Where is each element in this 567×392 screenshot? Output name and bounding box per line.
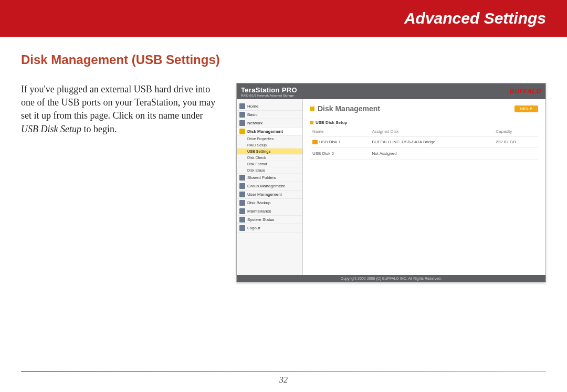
product-logo: TeraStation PRO RAID 0/1/5 Network Attac… xyxy=(241,86,297,97)
sidebar-item[interactable]: Disk Management xyxy=(237,128,302,136)
cell-assigned: BUFFALO INC. USB-SATA Bridge xyxy=(370,136,494,148)
usb-disk-table: Name Assigned Disk Capacity USB Disk 1BU… xyxy=(310,127,538,160)
sidebar-item-label: Disk Erase xyxy=(247,168,265,172)
sidebar-item-label: User Management xyxy=(247,192,282,197)
sidebar-item-label: Basic xyxy=(247,112,258,117)
nav-icon xyxy=(239,192,245,197)
sidebar-item[interactable]: User Management xyxy=(237,190,302,199)
nav-icon xyxy=(239,183,245,189)
col-capacity: Capacity xyxy=(494,127,538,136)
sidebar-item[interactable]: Network xyxy=(237,119,302,128)
sidebar-item-label: Drive Properties xyxy=(247,137,274,141)
sidebar-item[interactable]: Disk Backup xyxy=(237,199,302,207)
sidebar-item-label: Disk Format xyxy=(247,162,267,166)
sidebar-item[interactable]: Home xyxy=(237,102,302,111)
sidebar-item-label: Home xyxy=(247,104,258,109)
sidebar-subitem[interactable]: Disk Erase xyxy=(237,167,302,174)
table-row[interactable]: USB Disk 2Not Assigned xyxy=(310,148,538,160)
bullet-icon xyxy=(310,121,313,124)
sidebar-subitem[interactable]: USB Settings xyxy=(237,149,302,155)
blurb-pre: If you've plugged an external USB hard d… xyxy=(21,84,215,121)
brand-logo: BUFFALO xyxy=(510,88,541,95)
sidebar-item-label: Group Management xyxy=(247,184,285,188)
blurb-em: USB Disk Setup xyxy=(21,124,81,134)
sidebar-item-label: Disk Management xyxy=(247,129,283,134)
sidebar: HomeBasicNetworkDisk ManagementDrive Pro… xyxy=(237,99,303,275)
nav-icon xyxy=(239,112,245,118)
screenshot-header: TeraStation PRO RAID 0/1/5 Network Attac… xyxy=(237,83,545,99)
product-tagline: RAID 0/1/5 Network Attached Storage xyxy=(241,94,297,97)
nav-icon xyxy=(239,103,245,109)
cell-assigned: Not Assigned xyxy=(370,148,494,160)
sidebar-item[interactable]: Basic xyxy=(237,111,302,119)
sidebar-item-label: Disk Backup xyxy=(247,200,270,205)
screenshot-footer: Copyright 2002-2006 (C) BUFFALO INC. All… xyxy=(237,275,545,282)
col-assigned: Assigned Disk xyxy=(370,127,494,136)
subsection-label: USB Disk Setup xyxy=(316,120,347,125)
nav-icon xyxy=(239,217,245,223)
panel-title: Disk Management xyxy=(318,104,380,113)
sidebar-item[interactable]: System Status xyxy=(237,216,302,224)
sidebar-item[interactable]: Group Management xyxy=(237,182,302,190)
sidebar-item[interactable]: Shared Folders xyxy=(237,174,302,182)
disk-name: USB Disk 1 xyxy=(319,140,341,144)
sidebar-item-label: Maintenance xyxy=(247,209,271,214)
body-paragraph: If you've plugged an external USB hard d… xyxy=(21,83,220,136)
sidebar-subitem[interactable]: RAID Setup xyxy=(237,142,302,149)
blurb-post: to begin. xyxy=(81,124,117,134)
nav-icon xyxy=(239,225,245,231)
product-name: TeraStation PRO xyxy=(241,86,297,94)
subsection-heading: USB Disk Setup xyxy=(310,120,538,125)
cell-name: USB Disk 1 xyxy=(310,136,370,148)
sidebar-item-label: USB Settings xyxy=(247,150,270,153)
sidebar-item[interactable]: Logout xyxy=(237,224,302,232)
header-bar: Advanced Settings xyxy=(0,0,567,37)
bullet-icon xyxy=(310,107,314,111)
disk-icon xyxy=(312,140,318,144)
sidebar-subitem[interactable]: Disk Check xyxy=(237,155,302,161)
sidebar-item-label: System Status xyxy=(247,217,275,222)
disk-name: USB Disk 2 xyxy=(312,151,334,156)
main-panel: Disk Management HELP USB Disk Setup Na xyxy=(303,99,545,275)
nav-icon xyxy=(239,200,245,206)
nav-icon xyxy=(239,208,245,214)
sidebar-item-label: Shared Folders xyxy=(247,175,276,180)
help-button[interactable]: HELP xyxy=(514,105,538,112)
footer-rule xyxy=(21,371,546,372)
cell-capacity: 232.82 GB xyxy=(494,136,538,148)
table-row[interactable]: USB Disk 1BUFFALO INC. USB-SATA Bridge23… xyxy=(310,136,538,148)
sidebar-item-label: Network xyxy=(247,121,262,125)
cell-capacity xyxy=(494,148,538,160)
page-number: 32 xyxy=(0,375,567,385)
sidebar-item-label: Logout xyxy=(247,226,260,230)
panel-title-row: Disk Management xyxy=(310,104,380,113)
page-title: Advanced Settings xyxy=(404,9,546,27)
screenshot: TeraStation PRO RAID 0/1/5 Network Attac… xyxy=(236,83,546,282)
sidebar-item-label: Disk Check xyxy=(247,156,266,160)
col-name: Name xyxy=(310,127,370,136)
sidebar-subitem[interactable]: Disk Format xyxy=(237,161,302,167)
sidebar-item-label: RAID Setup xyxy=(247,143,267,147)
nav-icon xyxy=(239,175,245,181)
sidebar-subitem[interactable]: Drive Properties xyxy=(237,136,302,142)
nav-icon xyxy=(239,120,245,126)
cell-name: USB Disk 2 xyxy=(310,148,370,160)
sidebar-item[interactable]: Maintenance xyxy=(237,207,302,216)
nav-icon xyxy=(239,129,245,134)
section-title: Disk Management (USB Settings) xyxy=(21,52,546,67)
